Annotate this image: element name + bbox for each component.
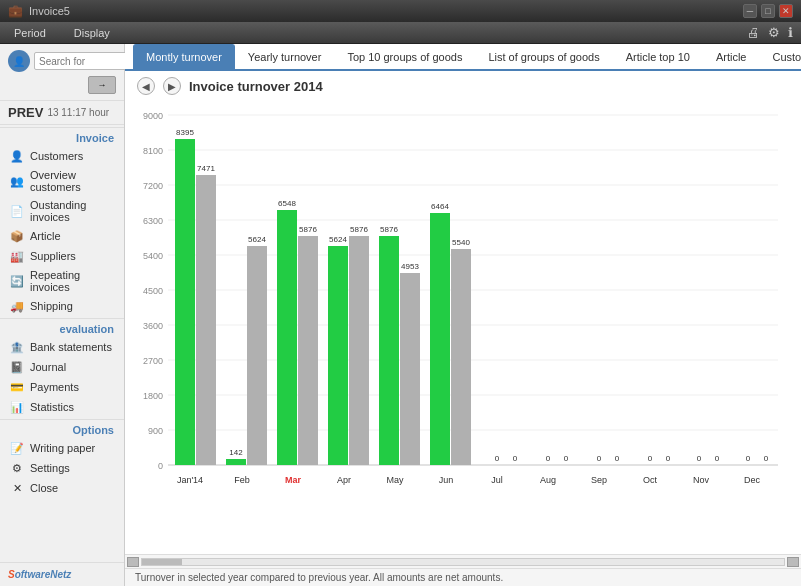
app-icon: 💼: [8, 4, 23, 18]
sidebar-item-settings[interactable]: ⚙ Settings: [0, 458, 124, 478]
suppliers-icon: 🏭: [10, 249, 24, 263]
prev-label: PREV: [8, 105, 43, 120]
minimize-button[interactable]: ─: [743, 4, 757, 18]
svg-text:Feb: Feb: [234, 475, 250, 485]
svg-text:0: 0: [746, 454, 751, 463]
svg-text:9000: 9000: [143, 111, 163, 121]
svg-text:0: 0: [158, 461, 163, 471]
svg-text:900: 900: [148, 426, 163, 436]
svg-text:Mar: Mar: [285, 475, 302, 485]
scrollbar-track[interactable]: [141, 558, 785, 566]
nav-prev-arrow[interactable]: ◀: [137, 77, 155, 95]
status-text: Turnover in selected year compared to pr…: [135, 572, 503, 583]
maximize-button[interactable]: □: [761, 4, 775, 18]
svg-text:5876: 5876: [350, 225, 368, 234]
scroll-right-button[interactable]: [787, 557, 799, 567]
svg-text:Apr: Apr: [337, 475, 351, 485]
tab-article[interactable]: Article: [703, 44, 760, 69]
info-icon[interactable]: ℹ: [788, 25, 793, 40]
svg-text:0: 0: [615, 454, 620, 463]
sidebar-item-outstanding-invoices[interactable]: 📄 Oustanding invoices: [0, 196, 124, 226]
svg-text:0: 0: [513, 454, 518, 463]
bar-jun-prev: [451, 249, 471, 465]
tab-top10-groups[interactable]: Top 10 groups of goods: [334, 44, 475, 69]
app-title: Invoice5: [29, 5, 70, 17]
close-icon: ✕: [10, 481, 24, 495]
tab-article-top10[interactable]: Article top 10: [613, 44, 703, 69]
bar-mar-current: [277, 210, 297, 465]
bar-chart: 9000 8100 7200 6300 5400: [133, 101, 781, 491]
app-body: 👤 → PREV 13 11:17 hour Invoice 👤 Custome…: [0, 44, 801, 586]
svg-text:Nov: Nov: [693, 475, 710, 485]
title-bar-controls: ─ □ ✕: [743, 4, 793, 18]
svg-text:4953: 4953: [401, 262, 419, 271]
svg-text:4500: 4500: [143, 286, 163, 296]
svg-text:Jul: Jul: [491, 475, 503, 485]
svg-text:Oct: Oct: [643, 475, 658, 485]
printer-icon[interactable]: 🖨: [747, 25, 760, 40]
evaluation-section-header: evaluation: [0, 318, 124, 337]
menu-period[interactable]: Period: [8, 25, 52, 41]
menu-display[interactable]: Display: [68, 25, 116, 41]
chart-container: 9000 8100 7200 6300 5400: [125, 101, 801, 554]
chart-title: Invoice turnover 2014: [189, 79, 323, 94]
prev-section: PREV 13 11:17 hour: [0, 101, 124, 125]
bar-may-prev: [400, 273, 420, 465]
status-bar: Turnover in selected year compared to pr…: [125, 568, 801, 586]
sidebar: 👤 → PREV 13 11:17 hour Invoice 👤 Custome…: [0, 44, 125, 586]
tab-yearly-turnover[interactable]: Yearly turnover: [235, 44, 335, 69]
svg-text:5624: 5624: [248, 235, 266, 244]
close-button[interactable]: ✕: [779, 4, 793, 18]
tabs-bar: Montly turnover Yearly turnover Top 10 g…: [125, 44, 801, 71]
chart-header: ◀ ▶ Invoice turnover 2014: [125, 71, 801, 101]
sidebar-item-repeating-invoices[interactable]: 🔄 Repeating invoices: [0, 266, 124, 296]
chart-scroll-area[interactable]: 9000 8100 7200 6300 5400: [133, 101, 793, 550]
svg-text:6548: 6548: [278, 199, 296, 208]
nav-next-arrow[interactable]: ▶: [163, 77, 181, 95]
journal-icon: 📓: [10, 360, 24, 374]
repeating-invoices-icon: 🔄: [10, 274, 24, 288]
overview-customers-icon: 👥: [10, 174, 24, 188]
menu-bar-icons: 🖨 ⚙ ℹ: [747, 25, 793, 40]
svg-text:5876: 5876: [299, 225, 317, 234]
svg-text:Jun: Jun: [439, 475, 454, 485]
settings-icon[interactable]: ⚙: [768, 25, 780, 40]
bar-apr-prev: [349, 236, 369, 465]
svg-text:142: 142: [229, 448, 243, 457]
sidebar-item-customers[interactable]: 👤 Customers: [0, 146, 124, 166]
tab-customers[interactable]: Customers: [759, 44, 801, 69]
sidebar-item-overview-customers[interactable]: 👥 Overview customers: [0, 166, 124, 196]
tab-monthly-turnover[interactable]: Montly turnover: [133, 44, 235, 69]
svg-text:5400: 5400: [143, 251, 163, 261]
tab-list-groups[interactable]: List of groups of goods: [475, 44, 612, 69]
svg-text:0: 0: [764, 454, 769, 463]
svg-text:Jan'14: Jan'14: [177, 475, 203, 485]
svg-text:0: 0: [564, 454, 569, 463]
sidebar-item-shipping[interactable]: 🚚 Shipping: [0, 296, 124, 316]
sidebar-item-bank-statements[interactable]: 🏦 Bank statements: [0, 337, 124, 357]
avatar: 👤: [8, 50, 30, 72]
sidebar-item-journal[interactable]: 📓 Journal: [0, 357, 124, 377]
svg-text:May: May: [386, 475, 404, 485]
sidebar-item-writing-paper[interactable]: 📝 Writing paper: [0, 438, 124, 458]
sidebar-item-close[interactable]: ✕ Close: [0, 478, 124, 498]
scrollbar-thumb[interactable]: [142, 559, 182, 565]
sidebar-item-suppliers[interactable]: 🏭 Suppliers: [0, 246, 124, 266]
prev-time: 13 11:17 hour: [47, 107, 109, 118]
svg-text:8100: 8100: [143, 146, 163, 156]
title-bar: 💼 Invoice5 ─ □ ✕: [0, 0, 801, 22]
brand-text: SoftwareNetz: [8, 569, 116, 580]
sidebar-item-article[interactable]: 📦 Article: [0, 226, 124, 246]
sidebar-item-payments[interactable]: 💳 Payments: [0, 377, 124, 397]
bar-mar-prev: [298, 236, 318, 465]
search-button[interactable]: →: [88, 76, 116, 94]
customers-icon: 👤: [10, 149, 24, 163]
scroll-left-button[interactable]: [127, 557, 139, 567]
svg-text:6464: 6464: [431, 202, 449, 211]
menu-bar: Period Display 🖨 ⚙ ℹ: [0, 22, 801, 44]
bar-apr-current: [328, 246, 348, 465]
svg-text:0: 0: [597, 454, 602, 463]
svg-text:6300: 6300: [143, 216, 163, 226]
sidebar-item-statistics[interactable]: 📊 Statistics: [0, 397, 124, 417]
payments-icon: 💳: [10, 380, 24, 394]
